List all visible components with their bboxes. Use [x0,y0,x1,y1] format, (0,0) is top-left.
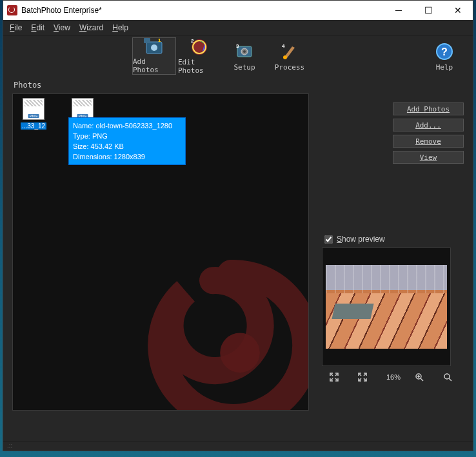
app-window: BatchPhoto Enterprise* ─ ☐ ✕ File Edit V… [3,0,473,451]
svg-point-17 [444,374,450,379]
titlebar[interactable]: BatchPhoto Enterprise* ─ ☐ ✕ [3,1,473,20]
status-bar: .:: [3,442,473,451]
svg-text:1: 1 [158,38,161,43]
zoom-level: 16% [386,373,399,381]
preview-image[interactable] [326,265,447,349]
tooltip-size: Size: 453.42 KB [73,141,181,151]
help-icon: ? [434,41,455,62]
thumbnail-item[interactable]: ...33_12 [18,98,49,130]
svg-text:4: 4 [282,43,285,49]
add-button[interactable]: Add... [393,119,464,131]
toolbar: 1 Add Photos 2 Edit Photos 3 Setup 4 Pro… [3,35,473,77]
show-preview-checkbox-row[interactable]: Show preview [322,235,464,248]
svg-text:3: 3 [236,43,239,49]
view-button[interactable]: View [393,151,464,164]
photos-label: Photos [14,81,464,90]
right-column: Add Photos Add... Remove View Show previ… [322,93,464,433]
thumbnail-label: ...33_12 [21,122,46,130]
menu-help[interactable]: Help [112,23,128,32]
toolbar-edit-photos[interactable]: 2 Edit Photos [177,37,221,75]
zoom-out-icon[interactable] [443,373,456,382]
minimize-button[interactable]: ─ [384,1,413,20]
svg-text:?: ? [441,46,448,57]
preview-box [322,248,451,366]
menu-wizard[interactable]: Wizard [79,23,103,32]
show-preview-label: Show preview [337,235,385,244]
content-area: Photos ...33_12 Name: old-t [3,77,473,442]
menu-file[interactable]: File [10,23,22,32]
menu-edit[interactable]: Edit [31,23,45,32]
add-photos-button[interactable]: Add Photos [393,102,464,115]
process-icon: 4 [279,41,300,62]
close-button[interactable]: ✕ [443,1,473,20]
menubar: File Edit View Wizard Help [3,20,473,35]
window-title: BatchPhoto Enterprise* [21,6,384,15]
svg-point-1 [151,44,157,51]
setup-icon: 3 [234,41,255,62]
tooltip-name: Name: old-town-5062333_1280 [73,121,181,131]
file-info-tooltip: Name: old-town-5062333_1280 Type: PNG Si… [68,117,186,165]
zoom-in-icon[interactable] [415,373,428,382]
svg-point-15 [220,333,260,373]
preview-controls: 16% [322,373,464,382]
png-file-icon [23,98,45,120]
swirl-decoration [141,255,309,411]
remove-button[interactable]: Remove [393,135,464,148]
fullscreen-icon[interactable] [358,373,371,382]
menu-view[interactable]: View [54,23,70,32]
toolbar-process[interactable]: 4 Process [268,37,312,75]
app-icon [7,5,17,15]
toolbar-setup[interactable]: 3 Setup [223,37,266,75]
add-photos-icon: 1 [144,38,164,56]
photo-grid[interactable]: ...33_12 Name: old-town-5062333_1280 Typ… [12,93,309,411]
show-preview-checkbox[interactable] [324,235,333,244]
tooltip-type: Type: PNG [73,131,181,141]
svg-text:2: 2 [191,38,194,44]
png-file-icon [72,98,94,120]
fit-icon[interactable] [330,373,342,382]
svg-rect-2 [144,38,150,43]
svg-point-9 [243,50,246,53]
tooltip-dimensions: Dimensions: 1280x839 [73,151,181,162]
preview-panel: Show preview [322,235,464,382]
toolbar-help[interactable]: ? Help [429,37,460,75]
maximize-button[interactable]: ☐ [413,1,443,20]
toolbar-add-photos[interactable]: 1 Add Photos [132,37,176,75]
edit-photos-icon: 2 [189,37,210,57]
svg-point-11 [283,55,287,59]
